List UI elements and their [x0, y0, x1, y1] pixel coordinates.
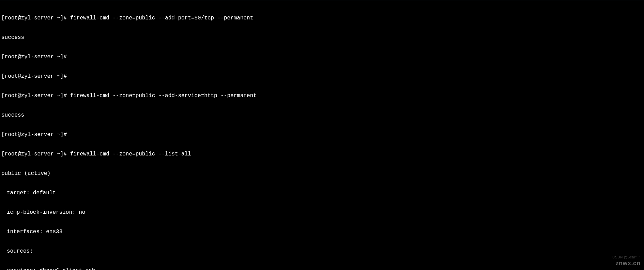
terminal-line: interfaces: ens33: [1, 229, 643, 235]
terminal-line: public (active): [1, 170, 643, 177]
terminal-line: target: default: [1, 190, 643, 196]
terminal-line: success: [1, 34, 643, 41]
terminal-line: [root@zyl-server ~]# firewall-cmd --zone…: [1, 93, 643, 99]
terminal-line: [root@zyl-server ~]# firewall-cmd --zone…: [1, 151, 643, 158]
terminal-line: sources:: [1, 248, 643, 255]
terminal-line: [root@zyl-server ~]#: [1, 132, 643, 138]
terminal-line: success: [1, 112, 643, 119]
terminal-line: icmp-block-inversion: no: [1, 209, 643, 216]
terminal-line: [root@zyl-server ~]# firewall-cmd --zone…: [1, 15, 643, 21]
terminal-line: [root@zyl-server ~]#: [1, 54, 643, 60]
watermark-znwx: znwx.cn: [615, 260, 641, 267]
terminal-line: [root@zyl-server ~]#: [1, 73, 643, 80]
terminal-output[interactable]: [root@zyl-server ~]# firewall-cmd --zone…: [0, 0, 644, 270]
terminal-line: services: dhcpv6-client ssh: [1, 268, 643, 270]
